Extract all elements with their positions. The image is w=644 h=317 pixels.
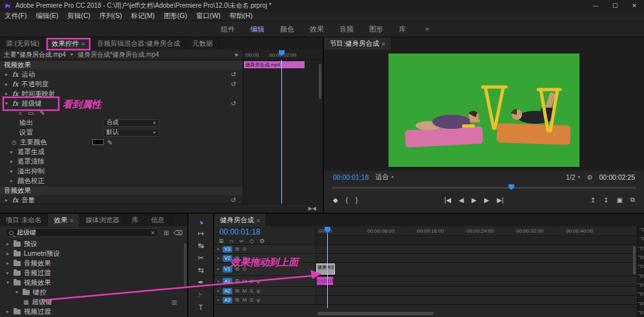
tab-audio-clip-mixer[interactable]: 音频剪辑混合器:健身房合成 [91, 37, 186, 50]
go-to-out-button[interactable]: ▶| [497, 197, 503, 204]
panel-menu-icon[interactable]: ≡ [257, 217, 260, 224]
chevron-down-icon[interactable]: ▾ [14, 289, 19, 295]
chevron-down-icon[interactable]: ▾ [4, 101, 9, 106]
pen-tool[interactable]: ✒ [188, 278, 213, 287]
tab-effects[interactable]: 效果 ≡ [48, 214, 79, 226]
effect-row-time-remapping[interactable]: ▸ fx 时间重映射 [0, 89, 243, 99]
maximize-button[interactable]: ☐ [605, 0, 625, 12]
workspace-editing[interactable]: 编辑 [243, 24, 272, 34]
menu-help[interactable]: 帮助(H) [225, 12, 257, 21]
panel-menu-icon[interactable]: ≡ [70, 217, 73, 224]
video-clip[interactable]: 健身房合成.mp4 [316, 264, 335, 274]
delete-custom-item-icon[interactable]: ⌫ [174, 229, 183, 236]
add-marker-icon[interactable]: ◇ [249, 238, 254, 244]
playhead-marker[interactable] [508, 184, 514, 190]
workspace-libraries[interactable]: 库 [391, 24, 414, 34]
track-header-a2[interactable]: ▪ A2 ⧉ M S ψ [214, 287, 316, 295]
workspace-overflow-button[interactable]: » [418, 24, 437, 34]
tab-sequence[interactable]: 健身房合成 ≡ [214, 214, 267, 226]
export-frame-button[interactable]: ▣ [616, 197, 622, 204]
solo-button[interactable]: S [250, 278, 253, 284]
mute-button[interactable]: M [243, 278, 247, 284]
tree-item-video-transitions[interactable]: ▸ 视频过渡 [0, 307, 187, 316]
snap-icon[interactable]: ∩ [230, 238, 234, 244]
setting-dropdown[interactable]: 默认 ▾ [103, 129, 159, 137]
tab-info[interactable]: 信息 [145, 214, 171, 226]
go-to-in-button[interactable]: |◀ [445, 197, 451, 204]
minimize-button[interactable]: — [586, 0, 605, 12]
menu-file[interactable]: 文件(F) [0, 12, 31, 21]
menu-graphics[interactable]: 图形(G) [159, 12, 192, 21]
new-custom-bin-icon[interactable]: ⊞ [163, 229, 168, 236]
tree-item-presets[interactable]: ▸ 预设 [0, 239, 187, 249]
mic-icon[interactable]: ψ [257, 297, 261, 303]
fx-badge-icon[interactable]: fx [12, 81, 18, 88]
mic-icon[interactable]: ψ [257, 278, 261, 284]
track-badge[interactable]: A2 [223, 288, 232, 294]
scrollbar[interactable] [184, 243, 186, 288]
key-color-swatch[interactable] [92, 139, 104, 145]
tab-project[interactable]: 项目:未命名 [0, 214, 48, 226]
ellipse-mask-icon[interactable]: ○ [18, 110, 22, 117]
audio-clip[interactable] [316, 276, 334, 285]
tree-item-ultra-key[interactable]: ▦ 超级键 ▥ [0, 297, 187, 307]
settings-wrench-icon[interactable]: ⚙ [587, 173, 592, 181]
lock-icon[interactable]: ▪ [217, 266, 219, 272]
effect-controls-mini-timeline[interactable]: :00:00 00:00:02:00 健身房合成.mp4 [243, 50, 323, 204]
workspace-effects[interactable]: 效果 [302, 24, 332, 34]
fx-badge-icon[interactable]: fx [12, 90, 18, 97]
track-badge[interactable]: V2 [223, 255, 232, 262]
chevron-right-icon[interactable]: ▸ [9, 168, 14, 174]
sync-lock-icon[interactable]: ⧉ [236, 246, 239, 253]
slip-tool[interactable]: ⇆ [188, 266, 213, 274]
chevron-down-icon[interactable]: ▾ [5, 280, 10, 285]
timeline-current-time[interactable]: 00:00:01:18 [219, 227, 260, 236]
chevron-right-icon[interactable]: ▸ [5, 260, 10, 266]
chevron-right-icon[interactable]: ▸ [4, 91, 9, 97]
fx-badge-icon[interactable]: fx [12, 100, 18, 107]
track-header-v2[interactable]: ▪ V2 ⧉ ⊙ [214, 254, 316, 262]
sync-lock-icon[interactable]: ⧉ [236, 266, 239, 273]
lock-icon[interactable]: ▪ [217, 246, 219, 252]
close-button[interactable]: ✕ [625, 0, 644, 12]
mark-in-icon[interactable]: { [346, 197, 348, 204]
solo-button[interactable]: S [250, 297, 253, 303]
step-back-button[interactable]: ◀ [459, 197, 464, 204]
chevron-right-icon[interactable]: ▸ [5, 241, 10, 247]
sync-lock-icon[interactable]: ⧉ [236, 255, 239, 262]
reset-icon[interactable]: ↺ [231, 100, 236, 107]
group-row-matte-cleanup[interactable]: ▸ 遮罩清除 [0, 157, 243, 166]
rect-mask-icon[interactable]: ▭ [28, 110, 34, 117]
chevron-right-icon[interactable]: ▸ [5, 270, 10, 276]
eyedropper-icon[interactable]: ✎ [107, 139, 113, 146]
zoom-level-dropdown[interactable]: 适合 ▾ [375, 173, 394, 182]
track-select-tool[interactable]: ↦ [188, 229, 213, 238]
mark-out-icon[interactable]: } [356, 197, 357, 204]
tree-item-keying[interactable]: ▾ 键控 [0, 287, 187, 297]
selection-tool[interactable]: ▲ [188, 217, 213, 226]
chevron-right-icon[interactable]: ▸ [9, 149, 14, 155]
effect-row-motion[interactable]: ▸ fx 运动 ↺ [0, 70, 243, 79]
chevron-right-icon[interactable]: ▸ [9, 178, 14, 184]
ripple-edit-tool[interactable]: ↹ [188, 242, 213, 250]
workspace-assembly[interactable]: 组件 [213, 24, 243, 34]
tab-effect-controls[interactable]: 效果控件 ≡ [46, 37, 91, 50]
nest-sequence-icon[interactable]: ⊞ [219, 238, 224, 244]
track-lane-a1[interactable] [316, 276, 637, 286]
mini-timeline-clip[interactable]: 健身房合成.mp4 [244, 61, 305, 68]
tab-program-monitor[interactable]: 节目:健身房合成 ≡ [324, 37, 392, 50]
mute-button[interactable]: M [243, 288, 247, 294]
program-scrubber[interactable] [332, 184, 636, 191]
tab-libraries[interactable]: 库 [126, 214, 145, 226]
sync-lock-icon[interactable]: ⧉ [236, 278, 239, 284]
lift-button[interactable]: ↥ [590, 197, 596, 204]
track-header-a3[interactable]: ▪ A3 ⧉ M S ψ [214, 296, 316, 304]
vertical-scrollbar[interactable] [633, 246, 636, 274]
tree-item-video-effects[interactable]: ▾ 视频效果 [0, 278, 187, 287]
lock-icon[interactable]: ▪ [217, 278, 219, 284]
comparison-view-button[interactable]: ⧉ [630, 196, 635, 204]
razor-tool[interactable]: ✂ [188, 254, 213, 262]
play-around-icon[interactable]: ▶◀ [308, 206, 316, 211]
workspace-graphics[interactable]: 图形 [361, 24, 391, 34]
workspace-color[interactable]: 颜色 [272, 24, 302, 34]
